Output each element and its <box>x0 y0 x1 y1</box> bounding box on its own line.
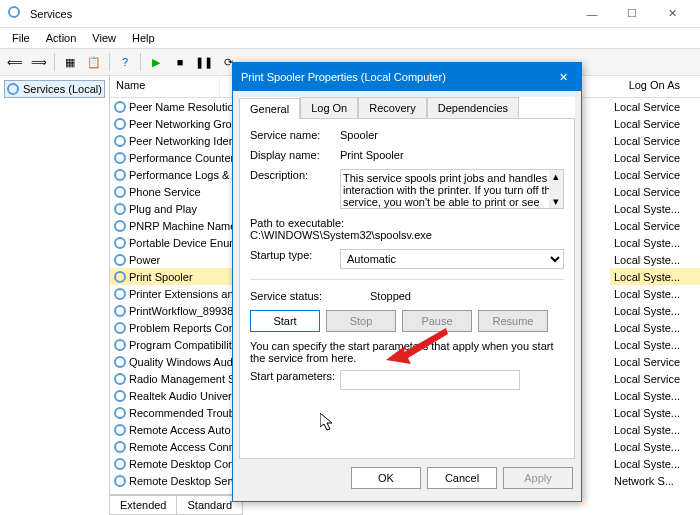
label-service-status: Service status: <box>250 290 340 302</box>
minimize-button[interactable]: — <box>572 0 612 28</box>
logon-cell: Local Service <box>610 166 700 183</box>
ok-button[interactable]: OK <box>351 467 421 489</box>
logon-cell: Local Syste... <box>610 200 700 217</box>
service-name: Phone Service <box>129 186 201 198</box>
logon-cell: Local Syste... <box>610 319 700 336</box>
properties-dialog: Print Spooler Properties (Local Computer… <box>232 62 582 502</box>
label-startup-type: Startup type: <box>250 249 340 261</box>
logon-cell: Local Syste... <box>610 336 700 353</box>
dialog-close-button[interactable]: ✕ <box>553 71 573 84</box>
gear-icon <box>114 305 126 317</box>
logon-cell: Local Service <box>610 217 700 234</box>
tab-dependencies[interactable]: Dependencies <box>427 97 519 118</box>
service-name: Portable Device Enum <box>129 237 238 249</box>
pause-service-button[interactable]: ❚❚ <box>193 51 215 73</box>
help-text: You can specify the start parameters tha… <box>250 340 564 364</box>
service-name: Peer Name Resolution <box>129 101 240 113</box>
service-name: PrintWorkflow_89938 <box>129 305 233 317</box>
menu-help[interactable]: Help <box>124 30 163 46</box>
show-hide-button[interactable]: ▦ <box>59 51 81 73</box>
tree-root-label: Services (Local) <box>23 83 102 95</box>
menubar: File Action View Help <box>0 28 700 48</box>
description-box[interactable]: This service spools print jobs and handl… <box>340 169 564 209</box>
gear-icon <box>114 169 126 181</box>
start-service-button[interactable]: ▶ <box>145 51 167 73</box>
start-button[interactable]: Start <box>250 310 320 332</box>
gear-icon <box>114 339 126 351</box>
gear-icon <box>114 322 126 334</box>
service-name: Program Compatibility <box>129 339 237 351</box>
forward-button[interactable]: ⟹ <box>28 51 50 73</box>
pause-button: Pause <box>402 310 472 332</box>
logon-cell: Network S... <box>610 472 700 489</box>
gear-icon <box>114 152 126 164</box>
label-path: Path to executable: <box>250 217 564 229</box>
tab-general[interactable]: General <box>239 98 300 119</box>
gear-icon <box>114 101 126 113</box>
dialog-tabs: General Log On Recovery Dependencies <box>239 97 575 119</box>
service-name: Remote Desktop Servi <box>129 475 239 487</box>
service-name: Power <box>129 254 160 266</box>
value-service-name: Spooler <box>340 129 564 141</box>
service-name: Remote Access Auto C <box>129 424 242 436</box>
resume-button: Resume <box>478 310 548 332</box>
service-name: Printer Extensions and <box>129 288 240 300</box>
close-button[interactable]: ✕ <box>652 0 692 28</box>
help-button[interactable]: ? <box>114 51 136 73</box>
gear-icon <box>114 135 126 147</box>
logon-cell: Local Syste... <box>610 387 700 404</box>
back-button[interactable]: ⟸ <box>4 51 26 73</box>
logon-cell: Local Syste... <box>610 268 700 285</box>
menu-file[interactable]: File <box>4 30 38 46</box>
logon-cell: Local Syste... <box>610 455 700 472</box>
service-name: Remote Desktop Conf <box>129 458 237 470</box>
tab-extended[interactable]: Extended <box>109 495 177 515</box>
service-name: Peer Networking Grou <box>129 118 238 130</box>
logon-cell: Local Service <box>610 98 700 115</box>
logon-cell: Local Syste... <box>610 421 700 438</box>
service-name: PNRP Machine Name <box>129 220 236 232</box>
cancel-button[interactable]: Cancel <box>427 467 497 489</box>
logon-cell: Local Service <box>610 183 700 200</box>
dialog-footer: OK Cancel Apply <box>233 459 581 497</box>
dialog-title: Print Spooler Properties (Local Computer… <box>241 71 553 83</box>
tab-logon[interactable]: Log On <box>300 97 358 118</box>
logon-cell: Local Syste... <box>610 438 700 455</box>
menu-view[interactable]: View <box>84 30 124 46</box>
dialog-body: Service name: Spooler Display name: Prin… <box>239 119 575 459</box>
logon-cell: Local Service <box>610 353 700 370</box>
service-name: Performance Counter <box>129 152 234 164</box>
gear-icon <box>114 203 126 215</box>
value-service-status: Stopped <box>340 290 564 302</box>
col-name[interactable]: Name <box>110 76 220 97</box>
service-name: Recommended Troubl <box>129 407 237 419</box>
service-name: Plug and Play <box>129 203 197 215</box>
gear-icon <box>114 237 126 249</box>
logon-cell: Local Service <box>610 370 700 387</box>
gear-icon <box>114 271 126 283</box>
tree-root[interactable]: Services (Local) <box>4 80 105 98</box>
gear-icon <box>114 356 126 368</box>
label-service-name: Service name: <box>250 129 340 141</box>
start-params-input[interactable] <box>340 370 520 390</box>
maximize-button[interactable]: ☐ <box>612 0 652 28</box>
startup-type-select[interactable]: Automatic <box>340 249 564 269</box>
logon-cell: Local Service <box>610 115 700 132</box>
gear-icon <box>114 424 126 436</box>
gear-icon <box>114 475 126 487</box>
stop-service-button[interactable]: ■ <box>169 51 191 73</box>
logon-cell: Local Service <box>610 149 700 166</box>
titlebar: Services — ☐ ✕ <box>0 0 700 28</box>
scrollbar[interactable]: ▴▾ <box>549 170 563 208</box>
value-display-name: Print Spooler <box>340 149 564 161</box>
tab-recovery[interactable]: Recovery <box>358 97 426 118</box>
gear-icon <box>114 254 126 266</box>
gear-icon <box>114 186 126 198</box>
gear-icon <box>114 118 126 130</box>
service-name: Performance Logs & A <box>129 169 239 181</box>
dialog-titlebar: Print Spooler Properties (Local Computer… <box>233 63 581 91</box>
export-button[interactable]: 📋 <box>83 51 105 73</box>
menu-action[interactable]: Action <box>38 30 85 46</box>
window-title: Services <box>30 8 572 20</box>
label-start-params: Start parameters: <box>250 370 340 382</box>
